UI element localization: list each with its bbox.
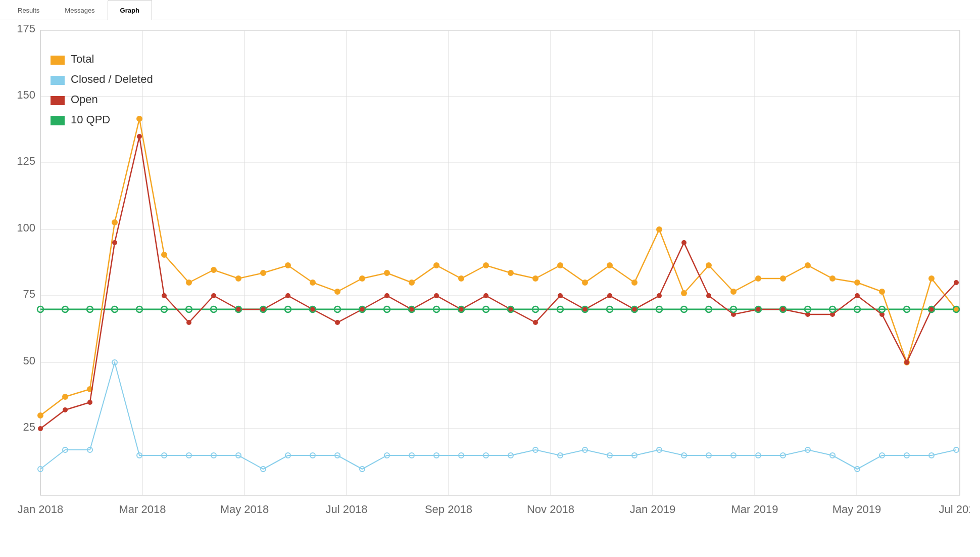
- svg-point-71: [879, 289, 885, 294]
- svg-point-52: [409, 280, 414, 285]
- svg-text:50: 50: [23, 354, 35, 367]
- svg-point-110: [904, 360, 909, 365]
- svg-text:Jan 2019: Jan 2019: [630, 503, 676, 516]
- svg-point-44: [211, 267, 216, 272]
- svg-point-60: [607, 263, 612, 268]
- svg-point-40: [112, 220, 117, 225]
- svg-point-77: [87, 400, 92, 405]
- svg-text:25: 25: [23, 421, 35, 433]
- svg-text:125: 125: [17, 155, 35, 167]
- legend-open-swatch: [51, 96, 65, 105]
- svg-point-63: [681, 291, 687, 296]
- svg-point-69: [830, 276, 835, 281]
- svg-point-70: [855, 280, 860, 285]
- legend-total-swatch: [51, 56, 65, 65]
- svg-point-87: [335, 320, 340, 325]
- svg-text:Mar 2018: Mar 2018: [119, 503, 166, 516]
- svg-point-55: [483, 263, 488, 268]
- legend-qpd-label: 10 QPD: [71, 113, 110, 126]
- tabs-container: Results Messages Graph: [0, 0, 980, 20]
- svg-point-96: [558, 293, 563, 298]
- svg-point-38: [63, 394, 68, 399]
- svg-point-45: [236, 276, 241, 281]
- svg-point-54: [459, 276, 464, 281]
- tab-graph[interactable]: Graph: [108, 0, 152, 20]
- legend-qpd-swatch: [51, 116, 65, 125]
- svg-text:May 2018: May 2018: [220, 503, 269, 516]
- svg-text:May 2019: May 2019: [832, 503, 881, 516]
- svg-text:150: 150: [17, 88, 35, 101]
- tab-messages[interactable]: Messages: [52, 0, 107, 20]
- svg-point-100: [657, 293, 662, 298]
- svg-point-91: [434, 293, 439, 298]
- svg-point-68: [805, 263, 810, 268]
- svg-point-62: [657, 227, 662, 232]
- main-chart: 175 150 125 100 75 50 25 Jan 2018 Mar 20…: [10, 25, 970, 531]
- svg-text:Jan 2018: Jan 2018: [18, 503, 64, 516]
- svg-point-49: [335, 289, 340, 294]
- svg-point-101: [681, 240, 687, 245]
- svg-point-112: [954, 280, 959, 285]
- svg-point-66: [756, 276, 761, 281]
- svg-point-46: [261, 270, 266, 275]
- svg-point-50: [360, 276, 365, 281]
- legend-open-label: Open: [71, 93, 98, 106]
- svg-point-56: [508, 270, 513, 275]
- svg-text:Jul 2019: Jul 2019: [939, 503, 970, 516]
- svg-point-64: [706, 263, 711, 268]
- legend-closed-label: Closed / Deleted: [71, 73, 153, 85]
- svg-point-98: [607, 293, 612, 298]
- svg-rect-0: [40, 30, 960, 495]
- svg-text:Jul 2018: Jul 2018: [325, 503, 367, 516]
- svg-point-42: [162, 252, 167, 257]
- svg-point-58: [558, 263, 563, 268]
- svg-point-85: [285, 293, 290, 298]
- svg-point-89: [384, 293, 389, 298]
- svg-text:Sep 2018: Sep 2018: [425, 503, 472, 516]
- svg-point-48: [310, 280, 315, 285]
- svg-text:100: 100: [17, 221, 35, 234]
- svg-point-59: [582, 280, 587, 285]
- svg-point-47: [285, 263, 290, 268]
- svg-point-67: [780, 276, 786, 281]
- svg-point-51: [384, 270, 389, 275]
- svg-text:75: 75: [23, 288, 35, 300]
- svg-point-65: [731, 289, 736, 294]
- svg-point-78: [112, 240, 117, 245]
- svg-point-93: [483, 293, 488, 298]
- svg-point-108: [855, 293, 860, 298]
- svg-point-37: [38, 413, 43, 418]
- svg-text:Nov 2018: Nov 2018: [527, 503, 574, 516]
- svg-point-80: [162, 293, 167, 298]
- svg-point-76: [63, 407, 68, 412]
- chart-container: 175 150 125 100 75 50 25 Jan 2018 Mar 20…: [0, 20, 980, 541]
- svg-text:175: 175: [17, 25, 35, 35]
- svg-point-53: [434, 263, 439, 268]
- svg-point-73: [929, 276, 934, 281]
- svg-point-43: [186, 280, 191, 285]
- svg-point-102: [706, 293, 711, 298]
- svg-point-79: [137, 134, 142, 139]
- svg-point-41: [137, 116, 142, 121]
- svg-text:Mar 2019: Mar 2019: [731, 503, 778, 516]
- svg-point-95: [533, 320, 538, 325]
- tab-results[interactable]: Results: [5, 0, 52, 20]
- svg-point-57: [533, 276, 538, 281]
- svg-point-61: [632, 280, 637, 285]
- legend-total-label: Total: [71, 53, 94, 65]
- tab-bar: Results Messages Graph: [0, 0, 980, 20]
- legend-closed-swatch: [51, 76, 65, 85]
- svg-point-75: [38, 426, 43, 431]
- svg-point-81: [186, 320, 191, 325]
- svg-point-82: [211, 293, 216, 298]
